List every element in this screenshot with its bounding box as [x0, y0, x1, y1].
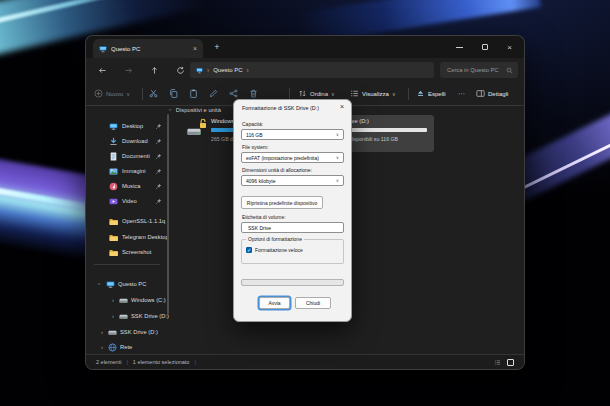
sidebar-item-ssk-drive-d[interactable]: › SSK Drive (D:)	[86, 309, 170, 323]
sidebar-item-video[interactable]: Video	[86, 194, 168, 208]
sidebar-item-rete[interactable]: › Rete	[86, 340, 170, 354]
maximize-button[interactable]	[472, 36, 497, 58]
navigation-bar: › Questo PC ›	[86, 58, 524, 82]
pictures-icon	[109, 167, 118, 176]
back-button[interactable]	[94, 62, 110, 78]
chevron-collapsed-icon[interactable]: ›	[110, 313, 116, 319]
sidebar-item-label: SSK Drive (D:)	[131, 313, 170, 319]
sidebar-item-label: Documenti	[122, 153, 151, 159]
pin-icon	[155, 198, 162, 205]
rename-button[interactable]	[209, 82, 218, 105]
capacity-select[interactable]: 116 GB ∨	[241, 129, 344, 140]
music-icon	[109, 182, 118, 191]
sidebar-item-screenshot[interactable]: Screenshot	[86, 245, 168, 259]
tab-questo-pc[interactable]: Questo PC ×	[93, 39, 203, 58]
sidebar-item-questo-pc[interactable]: › Questo PC	[86, 277, 170, 291]
sidebar-item-documenti[interactable]: Documenti	[86, 149, 168, 163]
allocation-value: 4096 kilobyte	[246, 178, 336, 184]
view-toggles	[494, 359, 514, 366]
view-icon	[350, 89, 359, 98]
restore-defaults-button[interactable]: Ripristina predefinite dispositivo	[241, 196, 323, 209]
chevron-expanded-icon: ›	[168, 109, 174, 111]
drive-icon	[108, 328, 117, 337]
video-icon	[109, 197, 118, 206]
view-label: Visualizza	[362, 91, 389, 97]
sidebar-item-openssl[interactable]: OpenSSL-1.1.1q	[86, 214, 168, 228]
chevron-collapsed-icon[interactable]: ›	[110, 297, 116, 303]
capacity-label: Capacità:	[242, 121, 263, 127]
volume-input-wrap	[241, 222, 344, 233]
status-divider: |	[194, 359, 195, 365]
forward-button[interactable]	[120, 62, 136, 78]
up-button[interactable]	[146, 62, 162, 78]
copy-button[interactable]	[169, 82, 178, 105]
sidebar-item-musica[interactable]: Musica	[86, 179, 168, 193]
sidebar-item-telegram-desktop[interactable]: Telegram Desktop	[86, 230, 168, 244]
address-bar[interactable]: › Questo PC ›	[190, 62, 434, 78]
close-button[interactable]: ×	[497, 36, 522, 58]
sidebar-item-windows-c[interactable]: › Windows (C:)	[86, 293, 170, 307]
volume-input[interactable]	[246, 224, 339, 232]
checkbox-checked-icon[interactable]: ✓	[246, 247, 252, 253]
refresh-icon	[176, 66, 185, 75]
new-tab-button[interactable]: +	[211, 40, 223, 54]
cut-button[interactable]	[149, 82, 158, 105]
window-controls: ×	[447, 36, 522, 58]
minimize-button[interactable]	[447, 36, 472, 58]
chevron-down-icon: ∨	[126, 91, 130, 97]
new-button[interactable]: Nuovo ∨	[94, 82, 130, 105]
sidebar-item-download[interactable]: Download	[86, 134, 168, 148]
close-dialog-button[interactable]: Chiudi	[295, 297, 331, 309]
format-options-group: Opzioni di formattazione ✓ Formattazione…	[241, 239, 344, 264]
filesystem-value: exFAT (impostazione predefinita)	[246, 155, 336, 161]
refresh-button[interactable]	[172, 62, 188, 78]
drive-icon	[119, 296, 128, 305]
quick-format-row[interactable]: ✓ Formattazione veloce	[246, 247, 303, 253]
tab-strip: Questo PC × + ×	[86, 36, 524, 58]
tab-close-icon[interactable]: ×	[193, 45, 197, 52]
details-view-icon[interactable]	[494, 359, 501, 366]
chevron-collapsed-icon[interactable]: ›	[99, 344, 105, 350]
details-button[interactable]: Dettagli	[476, 82, 508, 105]
folder-icon	[109, 233, 118, 242]
view-button[interactable]: Visualizza ∨	[350, 82, 396, 105]
cut-icon	[149, 89, 158, 98]
group-header-devices[interactable]: › Dispositivi e unità	[170, 107, 221, 113]
sidebar-item-immagini[interactable]: Immagini	[86, 164, 168, 178]
dialog-close-icon[interactable]: ×	[340, 103, 344, 110]
sidebar-item-label: OpenSSL-1.1.1q	[122, 218, 168, 224]
sidebar-item-ssk-drive-d-root[interactable]: › SSK Drive (D:)	[86, 325, 170, 339]
chevron-right-icon[interactable]: ›	[247, 67, 249, 74]
sidebar-item-label: Video	[122, 198, 151, 204]
more-icon: ⋯	[458, 90, 466, 98]
sidebar-item-label: Screenshot	[122, 249, 168, 255]
details-panel-icon	[476, 89, 485, 98]
allocation-select[interactable]: 4096 kilobyte ∨	[241, 175, 344, 186]
selection-count: 1 elemento selezionato	[133, 359, 190, 365]
filesystem-label: File system:	[242, 144, 269, 150]
sidebar-item-desktop[interactable]: Desktop	[86, 119, 168, 133]
eject-label: Espelli	[428, 91, 446, 97]
monitor-icon	[106, 280, 115, 289]
chevron-expanded-icon[interactable]: ›	[97, 281, 103, 287]
thumbnail-view-icon[interactable]	[507, 359, 514, 366]
search-input[interactable]	[445, 66, 503, 74]
sidebar-item-label: Musica	[122, 183, 151, 189]
download-icon	[109, 137, 118, 146]
paste-button[interactable]	[189, 82, 198, 105]
sidebar-item-label: SSK Drive (D:)	[120, 329, 170, 335]
eject-button[interactable]: Espelli	[416, 82, 446, 105]
sidebar-item-label: Desktop	[122, 123, 151, 129]
share-icon	[229, 89, 238, 98]
group-header-label: Dispositivi e unità	[176, 107, 221, 113]
sidebar-scrollbar[interactable]	[167, 114, 169, 314]
dialog-title: Formattazione di SSK Drive (D:)	[242, 105, 319, 111]
more-button[interactable]: ⋯	[458, 82, 466, 105]
status-divider: |	[126, 359, 127, 365]
filesystem-select[interactable]: exFAT (impostazione predefinita) ∨	[241, 152, 344, 163]
chevron-collapsed-icon[interactable]: ›	[99, 329, 105, 335]
drive-with-lock-icon	[183, 119, 207, 139]
start-button[interactable]: Avvia	[259, 297, 290, 309]
chevron-right-icon: ›	[207, 67, 209, 74]
breadcrumb[interactable]: Questo PC	[213, 67, 242, 73]
